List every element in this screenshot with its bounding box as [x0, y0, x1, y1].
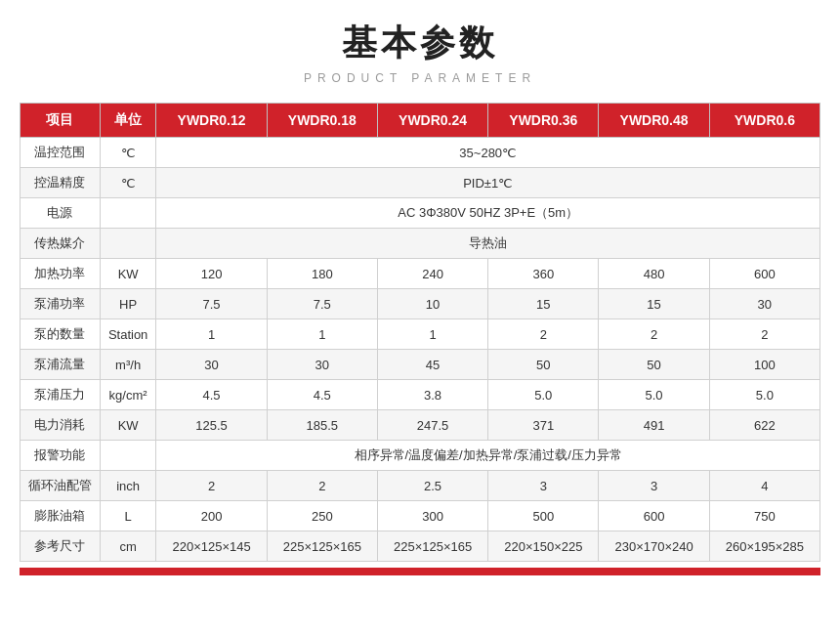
cell-val-5-4: 15 — [599, 289, 709, 319]
cell-val-9-4: 491 — [599, 410, 709, 441]
cell-val-12-1: 250 — [267, 501, 377, 531]
cell-unit-7: m³/h — [100, 350, 156, 380]
cell-val-12-0: 200 — [156, 501, 267, 531]
cell-val-11-3: 3 — [488, 471, 599, 501]
cell-val-9-0: 125.5 — [156, 410, 267, 441]
table-header-row: 项目单位YWDR0.12YWDR0.18YWDR0.24YWDR0.36YWDR… — [21, 104, 820, 138]
cell-val-12-2: 300 — [377, 501, 487, 531]
cell-val-8-4: 5.0 — [599, 380, 709, 410]
cell-span-0: 35~280℃ — [156, 138, 820, 168]
table-row: 参考尺寸cm220×125×145225×125×165225×125×1652… — [21, 531, 820, 562]
cell-val-4-4: 480 — [599, 259, 709, 289]
cell-val-11-5: 4 — [709, 471, 819, 501]
cell-span-1: PID±1℃ — [156, 168, 820, 198]
cell-span-2: AC 3Φ380V 50HZ 3P+E（5m） — [156, 198, 820, 229]
cell-unit-10 — [100, 441, 156, 471]
cell-val-11-2: 2.5 — [377, 471, 487, 501]
cell-val-9-3: 371 — [488, 410, 599, 441]
cell-val-5-2: 10 — [377, 289, 487, 319]
cell-unit-8: kg/cm² — [100, 380, 156, 410]
cell-val-12-3: 500 — [488, 501, 599, 531]
cell-val-12-5: 750 — [709, 501, 819, 531]
cell-item-3: 传热媒介 — [21, 229, 101, 259]
cell-val-13-4: 230×170×240 — [599, 531, 709, 562]
cell-val-4-2: 240 — [377, 259, 487, 289]
cell-val-9-5: 622 — [709, 410, 819, 441]
table-header-0: 项目 — [21, 104, 101, 138]
red-bar — [20, 568, 820, 575]
cell-val-5-3: 15 — [488, 289, 599, 319]
cell-unit-5: HP — [100, 289, 156, 319]
cell-unit-13: cm — [100, 531, 156, 562]
cell-unit-12: L — [100, 501, 156, 531]
cell-val-13-2: 225×125×165 — [377, 531, 487, 562]
table-row: 泵的数量Station111222 — [21, 319, 820, 350]
cell-val-6-3: 2 — [488, 319, 599, 350]
cell-unit-2 — [100, 198, 156, 229]
table-row: 传热媒介导热油 — [21, 229, 820, 259]
cell-val-9-1: 185.5 — [267, 410, 377, 441]
table-header-6: YWDR0.48 — [599, 104, 709, 138]
cell-val-6-5: 2 — [709, 319, 819, 350]
cell-val-7-5: 100 — [709, 350, 819, 380]
cell-unit-4: KW — [100, 259, 156, 289]
table-header-5: YWDR0.36 — [488, 104, 599, 138]
cell-item-12: 膨胀油箱 — [21, 501, 101, 531]
cell-val-6-0: 1 — [156, 319, 267, 350]
cell-val-7-1: 30 — [267, 350, 377, 380]
cell-item-13: 参考尺寸 — [21, 531, 101, 562]
cell-span-3: 导热油 — [156, 229, 820, 259]
cell-val-5-5: 30 — [709, 289, 819, 319]
cell-item-4: 加热功率 — [21, 259, 101, 289]
table-row: 电力消耗KW125.5185.5247.5371491622 — [21, 410, 820, 441]
cell-span-10: 相序异常/温度偏差/加热异常/泵浦过载/压力异常 — [156, 441, 820, 471]
cell-unit-0: ℃ — [100, 138, 156, 168]
cell-item-7: 泵浦流量 — [21, 350, 101, 380]
param-table: 项目单位YWDR0.12YWDR0.18YWDR0.24YWDR0.36YWDR… — [20, 103, 820, 562]
table-header-3: YWDR0.18 — [267, 104, 377, 138]
cell-val-9-2: 247.5 — [377, 410, 487, 441]
table-row: 循环油配管inch222.5334 — [21, 471, 820, 501]
cell-item-5: 泵浦功率 — [21, 289, 101, 319]
cell-unit-11: inch — [100, 471, 156, 501]
cell-val-6-4: 2 — [599, 319, 709, 350]
cell-val-8-1: 4.5 — [267, 380, 377, 410]
cell-val-4-0: 120 — [156, 259, 267, 289]
cell-val-4-5: 600 — [709, 259, 819, 289]
cell-val-4-1: 180 — [267, 259, 377, 289]
cell-val-7-4: 50 — [599, 350, 709, 380]
table-row: 电源AC 3Φ380V 50HZ 3P+E（5m） — [21, 198, 820, 229]
cell-val-13-3: 220×150×225 — [488, 531, 599, 562]
cell-unit-1: ℃ — [100, 168, 156, 198]
cell-item-11: 循环油配管 — [21, 471, 101, 501]
cell-val-8-5: 5.0 — [709, 380, 819, 410]
table-row: 温控范围℃35~280℃ — [21, 138, 820, 168]
cell-item-8: 泵浦压力 — [21, 380, 101, 410]
cell-val-8-2: 3.8 — [377, 380, 487, 410]
cell-val-13-1: 225×125×165 — [267, 531, 377, 562]
table-header-1: 单位 — [100, 104, 156, 138]
cell-val-7-2: 45 — [377, 350, 487, 380]
cell-val-7-3: 50 — [488, 350, 599, 380]
page-subtitle: PRODUCT PARAMETER — [304, 71, 536, 85]
table-row: 加热功率KW120180240360480600 — [21, 259, 820, 289]
table-row: 泵浦功率HP7.57.510151530 — [21, 289, 820, 319]
cell-val-8-0: 4.5 — [156, 380, 267, 410]
cell-item-1: 控温精度 — [21, 168, 101, 198]
table-body: 温控范围℃35~280℃控温精度℃PID±1℃电源AC 3Φ380V 50HZ … — [21, 138, 820, 562]
cell-val-13-5: 260×195×285 — [709, 531, 819, 562]
cell-unit-6: Station — [100, 319, 156, 350]
cell-item-10: 报警功能 — [21, 441, 101, 471]
cell-val-4-3: 360 — [488, 259, 599, 289]
cell-item-0: 温控范围 — [21, 138, 101, 168]
cell-val-11-4: 3 — [599, 471, 709, 501]
cell-val-7-0: 30 — [156, 350, 267, 380]
cell-val-8-3: 5.0 — [488, 380, 599, 410]
cell-unit-9: KW — [100, 410, 156, 441]
cell-val-6-1: 1 — [267, 319, 377, 350]
table-header-4: YWDR0.24 — [377, 104, 487, 138]
cell-item-2: 电源 — [21, 198, 101, 229]
table-header-7: YWDR0.6 — [709, 104, 819, 138]
page-title: 基本参数 — [342, 20, 498, 67]
table-row: 报警功能相序异常/温度偏差/加热异常/泵浦过载/压力异常 — [21, 441, 820, 471]
